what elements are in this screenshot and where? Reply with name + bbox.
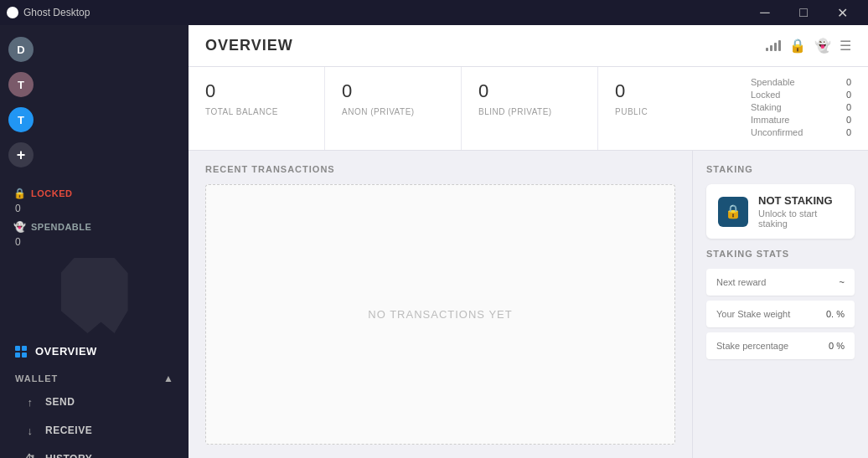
add-account-button[interactable]: + — [0, 137, 189, 172]
staking-status: NOT STAKING — [758, 194, 843, 207]
summary-unconfirmed-label: Unconfirmed — [751, 127, 803, 137]
locked-value: 0 — [15, 203, 175, 214]
title-bar-left: Ghost Desktop — [7, 7, 90, 18]
summary-spendable-label: Spendable — [751, 77, 795, 87]
avatar-t2: T — [8, 107, 34, 132]
nav-overview[interactable]: OVERVIEW — [0, 337, 189, 366]
title-bar: Ghost Desktop ─ □ ✕ — [0, 0, 868, 25]
balance-summary: Spendable 0 Locked 0 Staking 0 Immature … — [734, 67, 868, 150]
receive-label: RECEIVE — [45, 425, 92, 436]
public-balance-value: 0 — [615, 80, 717, 102]
send-label: SEND — [45, 396, 75, 408]
signal-icon — [766, 40, 781, 51]
stake-percentage-value: 0 % — [829, 341, 845, 351]
next-reward-value: ~ — [840, 277, 845, 287]
blind-balance-value: 0 — [478, 80, 581, 102]
app-icon — [7, 7, 18, 18]
spendable-label: SPENDABLE — [31, 222, 91, 232]
nav-section: OVERVIEW WALLET ▲ ↑ SEND ↓ RECEIVE ⏱ HIS… — [0, 337, 189, 458]
menu-header-icon[interactable]: ☰ — [840, 38, 851, 54]
summary-staking-label: Staking — [751, 102, 782, 112]
summary-spendable-value: 0 — [846, 77, 851, 87]
staking-stats: Next reward ~ Your Stake weight 0. % Sta… — [706, 269, 855, 364]
transactions-panel: RECENT TRANSACTIONS NO TRANSACTIONS YET — [189, 151, 692, 458]
staking-stats-title: STAKING STATS — [706, 249, 855, 259]
minimize-button[interactable]: ─ — [746, 0, 784, 25]
transactions-title: RECENT TRANSACTIONS — [205, 164, 675, 174]
summary-spendable: Spendable 0 — [751, 77, 851, 87]
staking-status-card: 🔒 NOT STAKING Unlock to start staking — [706, 184, 855, 239]
anon-balance-label: ANON (PRIVATE) — [342, 107, 444, 116]
summary-locked: Locked 0 — [751, 90, 851, 100]
add-icon: + — [8, 142, 34, 167]
sidebar: D T T + 🔒 LOCKED 0 👻 SPENDABLE 0 — [0, 25, 189, 458]
main-header: OVERVIEW 🔒 👻 ☰ — [189, 25, 868, 67]
summary-unconfirmed: Unconfirmed 0 — [751, 127, 851, 137]
total-balance-value: 0 — [205, 80, 307, 102]
account-item-d[interactable]: D — [0, 32, 189, 67]
locked-label: LOCKED — [31, 188, 72, 198]
staking-card-info: NOT STAKING Unlock to start staking — [758, 194, 843, 229]
page-title: OVERVIEW — [205, 37, 293, 54]
locked-row: 🔒 LOCKED — [13, 188, 175, 199]
lock-header-icon[interactable]: 🔒 — [789, 38, 806, 54]
stake-weight-label: Your Stake weight — [716, 309, 790, 319]
avatar-t1: T — [8, 72, 34, 97]
summary-staking-value: 0 — [846, 102, 851, 112]
anon-balance-card: 0 ANON (PRIVATE) — [325, 67, 462, 150]
spendable-icon: 👻 — [13, 221, 26, 233]
total-balance-label: TOTAL BALANCE — [205, 107, 307, 116]
main-content: OVERVIEW 🔒 👻 ☰ 0 TOTAL BALANCE — [189, 25, 868, 458]
close-button[interactable]: ✕ — [823, 0, 861, 25]
spendable-value: 0 — [15, 236, 175, 248]
stake-percentage-label: Stake percentage — [716, 341, 788, 351]
account-list: D T T + — [0, 25, 189, 179]
avatar-d: D — [8, 37, 34, 62]
next-reward-label: Next reward — [716, 277, 766, 287]
overview-grid-icon — [15, 346, 27, 358]
account-item-t1[interactable]: T — [0, 67, 189, 102]
summary-immature: Immature 0 — [751, 115, 851, 125]
app-body: D T T + 🔒 LOCKED 0 👻 SPENDABLE 0 — [0, 25, 868, 458]
ghost-map — [0, 251, 189, 337]
chevron-up-icon: ▲ — [163, 373, 173, 384]
summary-locked-value: 0 — [846, 90, 851, 100]
stake-weight-value: 0. % — [826, 309, 845, 319]
window-controls: ─ □ ✕ — [746, 0, 861, 25]
staking-description: Unlock to start staking — [758, 208, 843, 229]
total-balance-card: 0 TOTAL BALANCE — [189, 67, 325, 150]
receive-icon: ↓ — [23, 424, 37, 437]
nav-send[interactable]: ↑ SEND — [0, 388, 189, 416]
maximize-button[interactable]: □ — [784, 0, 823, 25]
overview-label: OVERVIEW — [35, 345, 97, 358]
summary-staking: Staking 0 — [751, 102, 851, 112]
lock-icon: 🔒 — [13, 188, 26, 199]
public-balance-label: PUBLIC — [615, 107, 717, 116]
balance-section: 0 TOTAL BALANCE 0 ANON (PRIVATE) 0 BLIND… — [189, 67, 868, 151]
staking-panel: STAKING 🔒 NOT STAKING Unlock to start st… — [692, 151, 868, 458]
blind-balance-label: BLIND (PRIVATE) — [478, 107, 581, 116]
stat-stake-percentage: Stake percentage 0 % — [706, 332, 855, 359]
nav-receive[interactable]: ↓ RECEIVE — [0, 416, 189, 445]
anon-balance-value: 0 — [342, 80, 444, 102]
balance-badges: 🔒 LOCKED 0 👻 SPENDABLE 0 — [0, 179, 189, 251]
wallet-group-label: WALLET — [15, 373, 58, 383]
summary-locked-label: Locked — [751, 90, 780, 100]
content-area: RECENT TRANSACTIONS NO TRANSACTIONS YET … — [189, 151, 868, 458]
summary-immature-label: Immature — [751, 115, 789, 125]
nav-history[interactable]: ⏱ HISTORY — [0, 445, 189, 458]
app-title: Ghost Desktop — [23, 7, 90, 18]
balance-cards: 0 TOTAL BALANCE 0 ANON (PRIVATE) 0 BLIND… — [189, 67, 734, 150]
account-item-t2[interactable]: T — [0, 102, 189, 137]
wallet-group-header[interactable]: WALLET ▲ — [0, 366, 189, 388]
ghost-header-icon[interactable]: 👻 — [814, 38, 831, 54]
stat-next-reward: Next reward ~ — [706, 269, 855, 296]
staking-title: STAKING — [706, 164, 855, 174]
no-transactions-text: NO TRANSACTIONS YET — [368, 308, 512, 321]
history-label: HISTORY — [45, 453, 92, 458]
public-balance-card: 0 PUBLIC — [598, 67, 734, 150]
staking-lock-icon: 🔒 — [718, 197, 748, 227]
transactions-box: NO TRANSACTIONS YET — [205, 184, 675, 445]
ghost-shape — [61, 258, 128, 333]
summary-unconfirmed-value: 0 — [846, 127, 851, 137]
